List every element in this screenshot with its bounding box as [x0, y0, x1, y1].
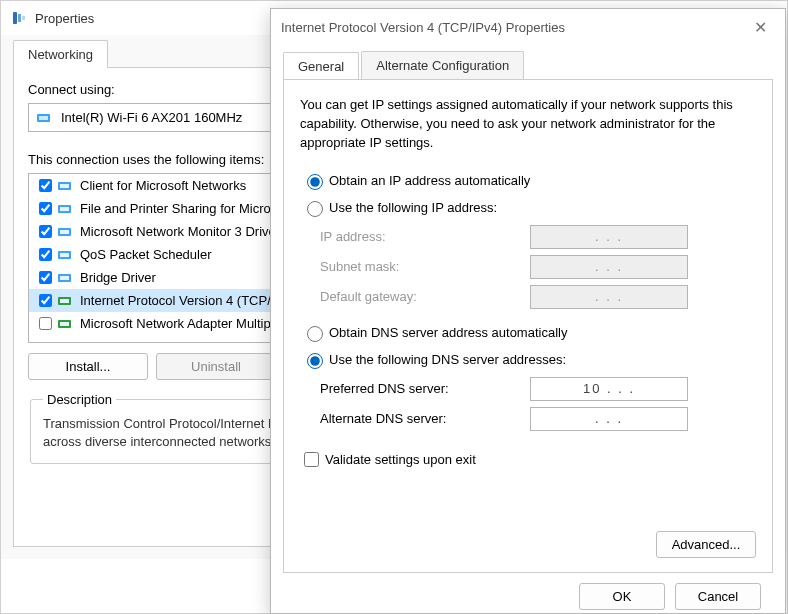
default-gateway-label: Default gateway:: [320, 289, 530, 304]
radio-dns-manual-input[interactable]: [307, 353, 323, 369]
protocol-icon: [58, 317, 74, 331]
nic-icon: [37, 111, 53, 125]
radio-ip-manual-label: Use the following IP address:: [329, 200, 497, 215]
svg-rect-1: [18, 14, 21, 22]
svg-rect-8: [60, 207, 69, 211]
list-item-checkbox[interactable]: [39, 202, 52, 215]
install-button[interactable]: Install...: [28, 353, 148, 380]
list-item-checkbox[interactable]: [39, 179, 52, 192]
fg-title: Internet Protocol Version 4 (TCP/IPv4) P…: [281, 20, 565, 35]
list-item-label: Bridge Driver: [80, 270, 156, 285]
tab-alternate-configuration[interactable]: Alternate Configuration: [361, 51, 524, 79]
fg-titlebar: Internet Protocol Version 4 (TCP/IPv4) P…: [271, 9, 785, 45]
svg-rect-2: [22, 16, 25, 20]
ip-address-input[interactable]: . . .: [530, 225, 688, 249]
validate-settings-input[interactable]: [304, 452, 319, 467]
cancel-button[interactable]: Cancel: [675, 583, 761, 610]
ok-button[interactable]: OK: [579, 583, 665, 610]
svg-rect-0: [13, 12, 17, 24]
protocol-icon: [58, 225, 74, 239]
preferred-dns-input[interactable]: 10 . . .: [530, 377, 688, 401]
svg-rect-14: [60, 276, 69, 280]
svg-rect-12: [60, 253, 69, 257]
fg-tab-content: You can get IP settings assigned automat…: [283, 79, 773, 573]
list-item-checkbox[interactable]: [39, 248, 52, 261]
fg-body: General Alternate Configuration You can …: [271, 45, 785, 614]
list-item-checkbox[interactable]: [39, 271, 52, 284]
adapter-properties-icon: [11, 10, 27, 26]
dialog-footer: OK Cancel: [283, 573, 773, 610]
list-item-checkbox[interactable]: [39, 294, 52, 307]
description-legend: Description: [43, 392, 116, 407]
ip-address-label: IP address:: [320, 229, 530, 244]
svg-rect-18: [60, 322, 69, 326]
radio-dns-auto[interactable]: Obtain DNS server address automatically: [302, 323, 756, 342]
list-item-label: QoS Packet Scheduler: [80, 247, 212, 262]
close-icon[interactable]: ✕: [745, 18, 775, 37]
bg-title: Properties: [35, 11, 94, 26]
default-gateway-input[interactable]: . . .: [530, 285, 688, 309]
protocol-icon: [58, 179, 74, 193]
subnet-mask-input[interactable]: . . .: [530, 255, 688, 279]
subnet-mask-label: Subnet mask:: [320, 259, 530, 274]
alternate-dns-input[interactable]: . . .: [530, 407, 688, 431]
alternate-dns-label: Alternate DNS server:: [320, 411, 530, 426]
preferred-dns-label: Preferred DNS server:: [320, 381, 530, 396]
protocol-icon: [58, 294, 74, 308]
validate-settings-label: Validate settings upon exit: [325, 452, 476, 467]
svg-rect-4: [39, 116, 48, 120]
radio-dns-auto-input[interactable]: [307, 326, 323, 342]
uninstall-button[interactable]: Uninstall: [156, 353, 276, 380]
list-item-label: Microsoft Network Monitor 3 Driver: [80, 224, 280, 239]
tab-networking[interactable]: Networking: [13, 40, 108, 68]
list-item-checkbox[interactable]: [39, 225, 52, 238]
radio-ip-manual[interactable]: Use the following IP address:: [302, 198, 756, 217]
ipv4-properties-dialog: Internet Protocol Version 4 (TCP/IPv4) P…: [270, 8, 786, 614]
radio-ip-auto[interactable]: Obtain an IP address automatically: [302, 171, 756, 190]
tab-general[interactable]: General: [283, 52, 359, 80]
list-item-checkbox[interactable]: [39, 317, 52, 330]
radio-dns-auto-label: Obtain DNS server address automatically: [329, 325, 567, 340]
svg-rect-6: [60, 184, 69, 188]
list-item-label: Internet Protocol Version 4 (TCP/IPv4): [80, 293, 301, 308]
intro-text: You can get IP settings assigned automat…: [300, 96, 756, 153]
radio-dns-manual-label: Use the following DNS server addresses:: [329, 352, 566, 367]
validate-settings-checkbox[interactable]: Validate settings upon exit: [300, 449, 756, 470]
radio-dns-manual[interactable]: Use the following DNS server addresses:: [302, 350, 756, 369]
radio-ip-auto-input[interactable]: [307, 174, 323, 190]
adapter-name: Intel(R) Wi-Fi 6 AX201 160MHz: [61, 110, 242, 125]
svg-rect-16: [60, 299, 69, 303]
radio-ip-manual-input[interactable]: [307, 201, 323, 217]
protocol-icon: [58, 202, 74, 216]
advanced-button[interactable]: Advanced...: [656, 531, 756, 558]
dns-fields: Preferred DNS server: 10 . . . Alternate…: [320, 377, 756, 431]
ip-fields: IP address: . . . Subnet mask: . . . Def…: [320, 225, 756, 309]
list-item-label: Client for Microsoft Networks: [80, 178, 246, 193]
protocol-icon: [58, 271, 74, 285]
radio-ip-auto-label: Obtain an IP address automatically: [329, 173, 530, 188]
protocol-icon: [58, 248, 74, 262]
fg-tabs: General Alternate Configuration: [283, 51, 773, 79]
svg-rect-10: [60, 230, 69, 234]
